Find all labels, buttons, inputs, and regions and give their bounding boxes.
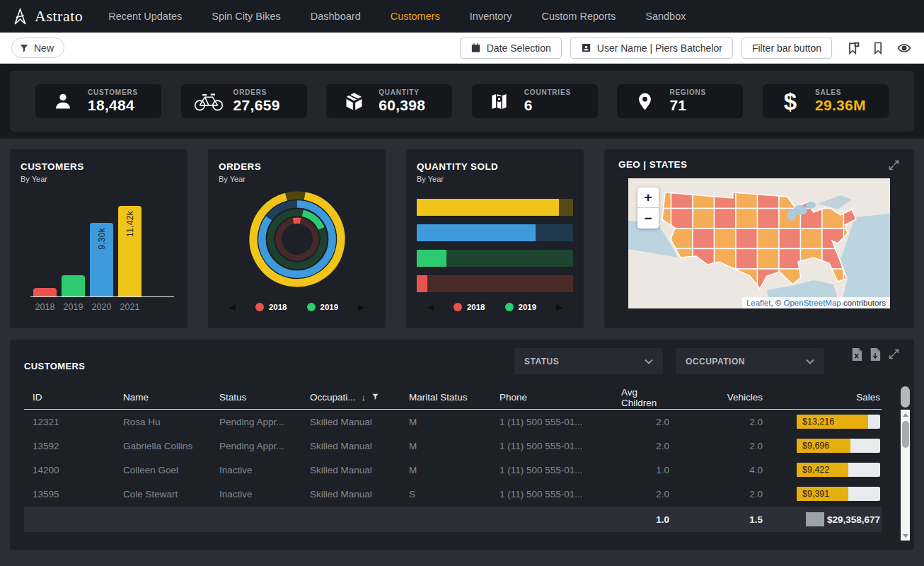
date-selection-button[interactable]: Date Selection: [460, 37, 562, 59]
column-header-vehicles[interactable]: Vehicles: [671, 392, 764, 403]
legend-label: 2018: [467, 303, 485, 311]
nav-item-dashboard[interactable]: Dashboard: [311, 11, 361, 22]
export-excel-icon[interactable]: [851, 348, 862, 361]
legend-prev-arrow[interactable]: ◀: [229, 302, 236, 312]
us-state-shape[interactable]: [736, 249, 758, 270]
user-name-button[interactable]: User Name | Piers Batchelor: [570, 37, 733, 59]
us-state-shape[interactable]: [801, 229, 823, 249]
scrollbar-cap[interactable]: [901, 386, 910, 408]
expand-icon[interactable]: [888, 159, 900, 171]
legend-prev-arrow[interactable]: ◀: [427, 302, 434, 312]
column-header-avg-children[interactable]: Avg Children: [613, 387, 671, 408]
bar-2018[interactable]: [33, 288, 57, 296]
bar-2021[interactable]: 11.42k: [118, 206, 142, 296]
legend-item-2019[interactable]: 2019: [505, 303, 537, 311]
hbar-track-2020[interactable]: [417, 224, 573, 241]
legend-dot-2019: [505, 303, 514, 311]
pin-icon: [628, 91, 661, 112]
x-axis-line: [30, 296, 174, 297]
bar-2019[interactable]: [62, 275, 85, 296]
map-zoom-in-button[interactable]: +: [637, 187, 659, 208]
kpi-panel: CUSTOMERS18,484ORDERS27,659QUANTITY60,39…: [10, 71, 914, 132]
kpi-text: CUSTOMERS18,484: [88, 88, 138, 114]
scrollbar-thumb[interactable]: [902, 421, 909, 448]
kpi-card-regions[interactable]: REGIONS71: [617, 84, 743, 118]
scroll-up-button[interactable]: [901, 410, 910, 420]
chevron-down-icon: [806, 359, 814, 364]
column-header-occupati-[interactable]: Occupati...↓: [301, 392, 400, 403]
us-state-shape[interactable]: [736, 229, 758, 249]
us-state-shape[interactable]: [715, 229, 737, 249]
occupation-dropdown[interactable]: OCCUPATION: [676, 348, 824, 374]
nav-item-inventory[interactable]: Inventory: [470, 11, 512, 22]
scrollbar-track[interactable]: [901, 410, 910, 541]
calendar-icon: [470, 42, 481, 53]
brand[interactable]: Astrato: [11, 7, 83, 25]
column-header-label: Phone: [499, 392, 527, 403]
eye-icon[interactable]: [896, 41, 913, 55]
kpi-card-orders[interactable]: ORDERS27,659: [181, 84, 307, 118]
sort-descending-icon[interactable]: ↓: [362, 392, 366, 403]
legend-item-2019[interactable]: 2019: [307, 303, 339, 311]
table-row[interactable]: 13592Gabriella CollinsPending Appr...Ski…: [24, 434, 882, 458]
new-filter-button[interactable]: New: [11, 37, 64, 58]
bar-value-label: 9.30k: [97, 228, 107, 250]
openstreetmap-link[interactable]: OpenStreetMap: [784, 299, 841, 307]
cell-occupation: Skilled Manual: [301, 465, 400, 475]
us-state-shape[interactable]: [715, 209, 737, 229]
astrato-logo-icon: [11, 8, 29, 25]
us-state-shape[interactable]: [779, 229, 801, 249]
nav-item-sandbox[interactable]: Sandbox: [645, 11, 686, 22]
table-row[interactable]: 12321Rosa HuPending Appr...Skilled Manua…: [24, 410, 882, 434]
leaflet-link[interactable]: Leaflet: [746, 299, 771, 307]
hbar-track-2019[interactable]: [417, 250, 573, 267]
table-row[interactable]: 14200Colleen GoelInactiveSkilled ManualM…: [24, 458, 882, 482]
orders-donut-wrap: [219, 186, 375, 292]
table-row[interactable]: 13595Cole StewartInactiveSkilled ManualS…: [24, 482, 882, 506]
status-dropdown[interactable]: STATUS: [514, 348, 663, 374]
column-filter-icon[interactable]: [371, 392, 379, 403]
column-header-phone[interactable]: Phone: [491, 392, 613, 403]
legend-item-2018[interactable]: 2018: [454, 303, 485, 311]
column-header-marital-status[interactable]: Marital Status: [400, 392, 491, 403]
column-header-id[interactable]: ID: [24, 392, 115, 403]
us-state-shape[interactable]: [693, 229, 715, 249]
table-filter-controls: STATUS OCCUPATION: [514, 348, 900, 374]
column-header-status[interactable]: Status: [211, 392, 301, 403]
legend-next-arrow[interactable]: ▶: [556, 302, 562, 312]
kpi-band: CUSTOMERS18,484ORDERS27,659QUANTITY60,39…: [0, 64, 924, 139]
kpi-card-countries[interactable]: COUNTRIES6: [472, 84, 598, 118]
kpi-card-sales[interactable]: $SALES29.36M: [763, 84, 889, 118]
column-header-sales[interactable]: Sales: [764, 392, 882, 403]
bookmark-icon[interactable]: [871, 41, 885, 55]
us-state-shape[interactable]: [758, 229, 780, 249]
nav-item-customers[interactable]: Customers: [391, 11, 440, 22]
us-state-shape[interactable]: [693, 209, 715, 229]
us-state-shape[interactable]: [736, 209, 758, 229]
bookmark-add-icon[interactable]: [846, 41, 860, 55]
scroll-down-button[interactable]: [901, 531, 910, 541]
column-header-name[interactable]: Name: [115, 392, 211, 403]
kpi-card-customers[interactable]: CUSTOMERS18,484: [35, 84, 161, 118]
filter-bar-button[interactable]: Filter bar button: [741, 37, 832, 59]
us-state-shape[interactable]: [779, 249, 801, 270]
export-file-icon[interactable]: [870, 348, 881, 361]
nav-item-spin-city-bikes[interactable]: Spin City Bikes: [212, 11, 281, 22]
bar-2020[interactable]: 9.30k: [90, 223, 113, 296]
kpi-card-quantity[interactable]: QUANTITY60,398: [326, 84, 452, 118]
expand-icon[interactable]: [888, 348, 900, 360]
us-state-shape[interactable]: [758, 249, 780, 270]
nav-item-recent-updates[interactable]: Recent Updates: [108, 11, 182, 22]
leaflet-map[interactable]: + − Leaflet, © OpenStreetMap contributor…: [628, 178, 890, 308]
us-state-shape[interactable]: [671, 209, 693, 229]
kpi-text: QUANTITY60,398: [379, 88, 425, 114]
nav-item-custom-reports[interactable]: Custom Reports: [541, 11, 616, 22]
us-states-map: [628, 178, 890, 308]
legend-next-arrow[interactable]: ▶: [358, 302, 364, 312]
map-zoom-out-button[interactable]: −: [637, 208, 659, 229]
us-state-shape[interactable]: [758, 209, 780, 229]
table-scrollbar[interactable]: [901, 386, 910, 541]
legend-item-2018[interactable]: 2018: [255, 303, 287, 311]
hbar-track-2021[interactable]: [417, 199, 573, 216]
hbar-track-2018[interactable]: [417, 275, 573, 292]
